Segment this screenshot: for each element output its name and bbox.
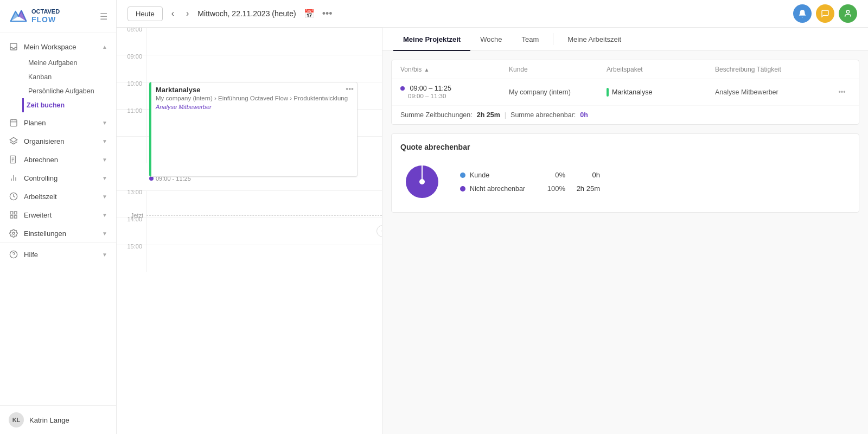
row-more-button[interactable]: ••• <box>834 88 850 96</box>
profile-button[interactable] <box>839 4 857 23</box>
summe-value: 2h 25m <box>477 111 500 119</box>
hilfe-chevron: ▼ <box>102 252 107 258</box>
sidebar-item-abrechnen[interactable]: Abrechnen ▼ <box>0 150 116 169</box>
toolbar: Heute ‹ › Mittwoch, 22.11.2023 (heute) 📅… <box>117 0 868 28</box>
main-area: Heute ‹ › Mittwoch, 22.11.2023 (heute) 📅… <box>117 0 868 434</box>
tab-projektzeit[interactable]: Meine Projektzeit <box>393 28 470 51</box>
planen-label: Planen <box>24 119 46 127</box>
tab-arbeitszeit[interactable]: Meine Arbeitszeit <box>558 28 631 51</box>
row-time: 09:00 – 11:25 09:00 – 11:30 <box>400 85 509 100</box>
time-cell-1500[interactable] <box>146 245 382 272</box>
file-icon <box>9 155 18 164</box>
event-subtitle: My company (intern) › Einführung Octaved… <box>156 95 353 101</box>
prev-button[interactable]: ‹ <box>168 7 177 21</box>
now-dashed-line <box>146 215 382 216</box>
svg-rect-20 <box>14 215 17 218</box>
controlling-label: Controlling <box>24 174 58 182</box>
planen-chevron: ▼ <box>102 120 107 126</box>
pie-chart <box>400 160 444 203</box>
event-title: Marktanalyse <box>156 86 353 94</box>
svg-point-24 <box>846 10 849 13</box>
svg-rect-19 <box>10 215 13 218</box>
sidebar-item-workspace[interactable]: Mein Workspace ▲ <box>0 37 116 56</box>
notifications-button[interactable] <box>793 4 812 23</box>
row-beschreibung: Analyse Mitbewerber <box>715 88 834 96</box>
sidebar-item-zeit-buchen[interactable]: Zeit buchen <box>22 98 116 112</box>
time-table: Von/bis ▲ Kunde Arbeitspaket Beschreibun… <box>391 60 859 125</box>
sidebar-item-persoenliche-aufgaben[interactable]: Persönliche Aufgaben <box>24 84 116 98</box>
svg-rect-18 <box>14 212 17 214</box>
time-label-empty <box>117 132 146 159</box>
quote-section: Quote abrechenbar <box>391 133 859 213</box>
svg-point-27 <box>419 179 425 184</box>
help-icon <box>9 250 18 259</box>
event-more-button[interactable]: ••• <box>346 85 354 93</box>
legend-label-nicht: Nicht abrechenbar <box>470 185 525 193</box>
barchart-icon <box>9 173 18 183</box>
table-row[interactable]: 09:00 – 11:25 09:00 – 11:30 My company (… <box>392 79 859 106</box>
layers-icon <box>9 136 18 146</box>
logo-text: OCTAVED FLOW <box>31 8 60 24</box>
tabs-bar: Meine Projektzeit Woche Team Meine Arbei… <box>382 28 868 51</box>
logo: OCTAVED FLOW <box>9 7 60 26</box>
svg-marker-8 <box>10 137 17 142</box>
hilfe-label: Hilfe <box>24 251 38 259</box>
sidebar-nav: Mein Workspace ▲ Meine Aufgaben Kanban P… <box>0 33 116 405</box>
user-footer[interactable]: KL Katrin Lange <box>0 405 116 434</box>
nav-group-workspace: Mein Workspace ▲ Meine Aufgaben Kanban P… <box>0 37 116 112</box>
more-options-icon[interactable]: ••• <box>322 8 333 20</box>
calendar-panel: ‹ 08:00 09:00 Marktanalyse My company (i… <box>117 28 382 434</box>
workspace-label: Mein Workspace <box>24 43 76 51</box>
header-von-bis[interactable]: Von/bis ▲ <box>400 66 509 73</box>
svg-rect-3 <box>10 43 17 50</box>
time-label-0900: 09:00 <box>117 51 146 78</box>
calendar-picker-icon[interactable]: 📅 <box>304 9 315 19</box>
svg-rect-17 <box>10 212 13 214</box>
next-button[interactable]: › <box>183 7 192 21</box>
header-kunde[interactable]: Kunde <box>509 66 607 73</box>
tab-woche[interactable]: Woche <box>470 28 512 51</box>
messages-button[interactable] <box>816 4 834 23</box>
header-arbeitspaket[interactable]: Arbeitspaket <box>607 66 715 73</box>
time-cell-1400[interactable] <box>146 218 382 245</box>
calendar-icon <box>9 118 18 127</box>
organisieren-chevron: ▼ <box>102 138 107 144</box>
legend-row-nicht: Nicht abrechenbar 100% 2h 25m <box>460 184 600 193</box>
heute-button[interactable]: Heute <box>127 7 163 21</box>
svg-point-21 <box>12 232 15 234</box>
time-label-1100: 11:00 <box>117 105 146 132</box>
legend-dot-kunde <box>460 173 465 178</box>
sidebar-item-kanban[interactable]: Kanban <box>24 70 116 84</box>
summe-abrechenbar-label: Summe abrechenbar: <box>510 111 576 119</box>
pie-legend: Kunde 0% 0h Nicht abrechenbar 100% 2h 25 <box>460 171 600 193</box>
sidebar-item-meine-aufgaben[interactable]: Meine Aufgaben <box>24 56 116 70</box>
sidebar-item-planen[interactable]: Planen ▼ <box>0 113 116 132</box>
user-name: Katrin Lange <box>29 416 69 424</box>
gear-icon <box>9 228 18 238</box>
quote-content: Kunde 0% 0h Nicht abrechenbar 100% 2h 25 <box>400 160 850 203</box>
right-panel: Meine Projektzeit Woche Team Meine Arbei… <box>382 28 868 434</box>
svg-rect-4 <box>10 120 17 126</box>
arbeitszeit-label: Arbeitszeit <box>24 193 57 201</box>
clock-icon <box>9 192 18 201</box>
header-beschreibung[interactable]: Beschreibung Tätigkeit <box>715 66 834 73</box>
sidebar-item-einstellungen[interactable]: Einstellungen ▼ <box>0 224 116 242</box>
pie-chart-svg <box>400 160 444 203</box>
sidebar-item-controlling[interactable]: Controlling ▼ <box>0 169 116 187</box>
summe-row: Summe Zeitbuchungen: 2h 25m | Summe abre… <box>392 106 859 124</box>
erweitert-chevron: ▼ <box>102 212 107 218</box>
time-cell-0900[interactable] <box>146 55 382 82</box>
legend-dot-nicht <box>460 186 465 192</box>
event-block-marktanalyse[interactable]: Marktanalyse My company (intern) › Einfü… <box>149 82 358 177</box>
time-label-1500: 15:00 <box>117 241 146 267</box>
sidebar-item-erweitert[interactable]: Erweitert ▼ <box>0 206 116 224</box>
date-label: Mittwoch, 22.11.2023 (heute) <box>197 9 296 18</box>
time-cell-0800[interactable] <box>146 28 382 55</box>
sidebar-item-organisieren[interactable]: Organisieren ▼ <box>0 132 116 150</box>
sidebar-item-arbeitszeit[interactable]: Arbeitszeit ▼ <box>0 187 116 206</box>
tab-team[interactable]: Team <box>512 28 548 51</box>
einstellungen-chevron: ▼ <box>102 231 107 237</box>
hamburger-icon[interactable]: ☰ <box>100 11 107 22</box>
sidebar-item-hilfe[interactable]: Hilfe ▼ <box>0 245 116 264</box>
now-label: Jetzt <box>117 212 146 219</box>
